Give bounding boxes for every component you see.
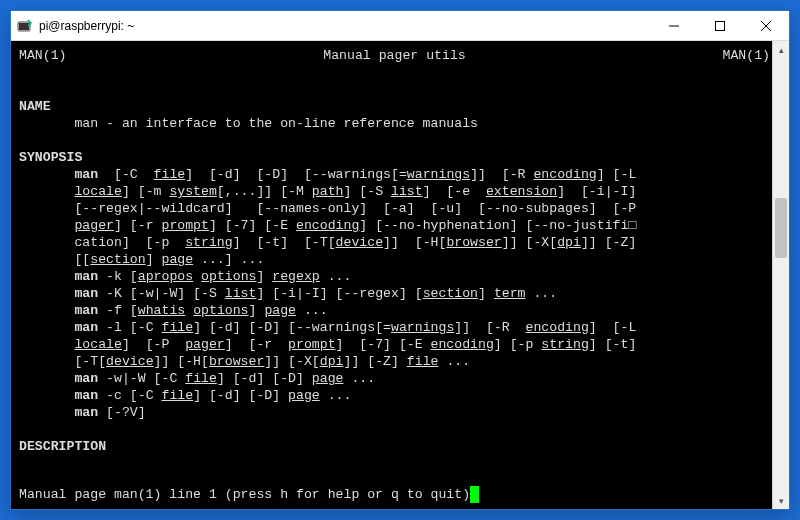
scrollbar-track[interactable]: [773, 58, 789, 492]
arg: warnings: [407, 167, 470, 182]
cmd: man: [74, 320, 98, 335]
text: [19, 269, 74, 284]
text: ] [-i|-I]: [557, 184, 636, 199]
text: ] [-S: [343, 184, 390, 199]
text: ] [-t]: [589, 337, 636, 352]
status-text: Manual page man(1) line 1 (press h for h…: [19, 487, 470, 502]
synopsis-line: man -c [-C file] [-d] [-D] page ...: [19, 388, 351, 403]
terminal-output[interactable]: MAN(1)Manual pager utilsMAN(1) NAME man …: [11, 41, 772, 509]
cmd: man: [74, 303, 98, 318]
text: ] [-r: [114, 218, 161, 233]
text: [19, 218, 74, 233]
text: ...: [320, 269, 352, 284]
text: -w|-W [-C: [98, 371, 185, 386]
text: [185, 303, 193, 318]
synopsis-line: [-T[device]] [-H[browser]] [-X[dpi]] [-Z…: [19, 354, 470, 369]
text: [19, 320, 74, 335]
arg: browser: [209, 354, 264, 369]
scrollbar-thumb[interactable]: [775, 198, 787, 258]
synopsis-line: man -l [-C file] [-d] [-D] [--warnings[=…: [19, 320, 636, 335]
text: ]] [-Z]: [581, 235, 636, 250]
app-icon: [17, 18, 33, 34]
text: ] [-m: [122, 184, 169, 199]
text: ]] [-X[: [502, 235, 557, 250]
arg: pager: [185, 337, 225, 352]
text: ...: [296, 303, 328, 318]
window-titlebar[interactable]: pi@raspberrypi: ~: [11, 11, 789, 41]
arg: list: [391, 184, 423, 199]
text: -l [-C: [98, 320, 161, 335]
text: [19, 184, 74, 199]
arg: options: [201, 269, 256, 284]
text: cation] [-p: [19, 235, 185, 250]
arg: device: [106, 354, 153, 369]
text: [193, 269, 201, 284]
synopsis-line: [[section] page ...] ...: [19, 252, 264, 267]
text: ...: [320, 388, 352, 403]
text: ...: [526, 286, 558, 301]
close-button[interactable]: [743, 11, 789, 41]
synopsis-line: [--regex|--wildcard] [--names-only] [-a]…: [19, 201, 636, 216]
arg: file: [154, 167, 186, 182]
text: ] [-L: [589, 320, 636, 335]
text: ] [-t] [-T[: [233, 235, 336, 250]
text: ] [-7] [-E: [209, 218, 296, 233]
arg: locale: [74, 184, 121, 199]
man-header-right: MAN(1): [723, 47, 770, 64]
text: [19, 167, 74, 182]
synopsis-line: man [-C file] [-d] [-D] [--warnings[=war…: [19, 167, 636, 182]
synopsis-line: man -k [apropos options] regexp ...: [19, 269, 351, 284]
arg: whatis: [138, 303, 185, 318]
synopsis-heading: SYNOPSIS: [19, 150, 82, 165]
cmd: man: [74, 371, 98, 386]
minimize-button[interactable]: [651, 11, 697, 41]
text: ] [-L: [597, 167, 637, 182]
arg: page: [161, 252, 193, 267]
arg: encoding: [431, 337, 494, 352]
name-text: man - an interface to the on-line refere…: [19, 116, 478, 131]
text: ]] [-X[: [264, 354, 319, 369]
text: ]] [-R: [454, 320, 525, 335]
text: ]: [146, 252, 162, 267]
arg: system: [169, 184, 216, 199]
synopsis-line: man -w|-W [-C file] [-d] [-D] page ...: [19, 371, 375, 386]
text: ]] [-Z]: [344, 354, 407, 369]
text: [--regex|--wildcard] [--names-only] [-a]…: [19, 201, 636, 216]
arg: file: [407, 354, 439, 369]
arg: dpi: [320, 354, 344, 369]
maximize-button[interactable]: [697, 11, 743, 41]
vertical-scrollbar[interactable]: ▴ ▾: [772, 41, 789, 509]
text: ]: [478, 286, 494, 301]
man-header-left: MAN(1): [19, 47, 66, 64]
text: ] [-i|-I] [--regex] [: [256, 286, 422, 301]
arg: list: [225, 286, 257, 301]
synopsis-line: pager] [-r prompt] [-7] [-E encoding] [-…: [19, 218, 636, 233]
svg-rect-3: [716, 21, 725, 30]
text: [,...]] [-M: [217, 184, 312, 199]
cursor-icon: [470, 486, 479, 503]
arg: warnings: [391, 320, 454, 335]
text: ] [-e: [423, 184, 486, 199]
arg: encoding: [533, 167, 596, 182]
arg: dpi: [557, 235, 581, 250]
text: [-T[: [19, 354, 106, 369]
text: ]: [256, 269, 272, 284]
scroll-up-arrow[interactable]: ▴: [773, 41, 789, 58]
synopsis-line: locale] [-m system[,...]] [-M path] [-S …: [19, 184, 636, 199]
scroll-down-arrow[interactable]: ▾: [773, 492, 789, 509]
text: ] [-p: [494, 337, 541, 352]
text: ] [-d] [-D]: [217, 371, 312, 386]
text: [19, 286, 74, 301]
text: ]] [-R: [470, 167, 533, 182]
description-heading: DESCRIPTION: [19, 439, 106, 454]
svg-rect-1: [19, 23, 29, 30]
arg: term: [494, 286, 526, 301]
arg: string: [541, 337, 588, 352]
text: [-C: [98, 167, 153, 182]
text: ]] [-H[: [383, 235, 446, 250]
text: [[: [19, 252, 90, 267]
text: ...: [344, 371, 376, 386]
text: ] [-r: [225, 337, 288, 352]
arg: section: [90, 252, 145, 267]
arg: encoding: [296, 218, 359, 233]
